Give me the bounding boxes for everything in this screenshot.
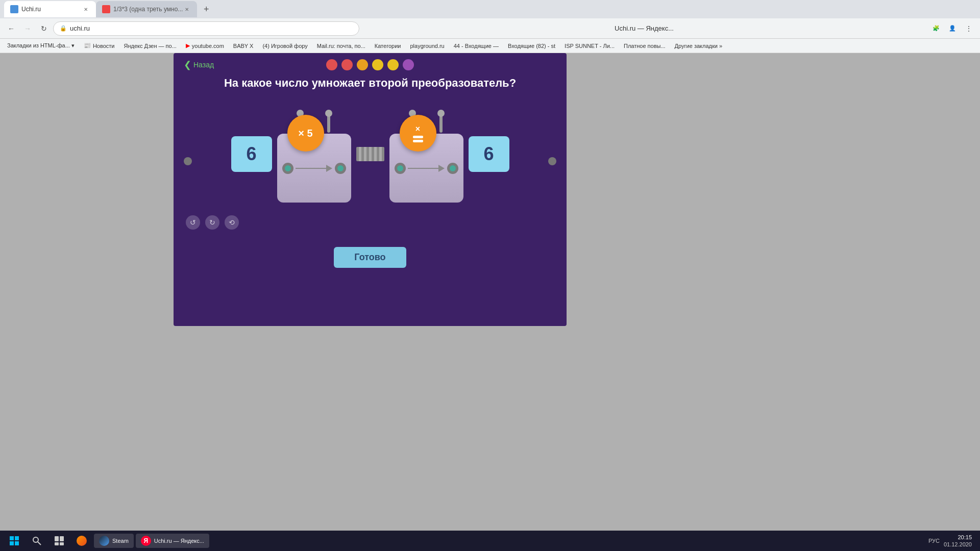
- knob-inner-2: [397, 165, 403, 171]
- machine-1: × 5: [272, 106, 356, 203]
- extensions-button[interactable]: 🧩: [929, 21, 943, 36]
- back-label: Назад: [193, 61, 214, 69]
- ready-button-container: Готово: [174, 237, 567, 268]
- back-button[interactable]: ❮ Назад: [184, 59, 214, 70]
- firefox-icon: [77, 536, 87, 546]
- bookmark-label: youtube.com: [192, 43, 224, 49]
- bookmark-playground[interactable]: playground.ru: [407, 42, 447, 50]
- bookmark-news[interactable]: 📰 Новости: [81, 41, 118, 50]
- bookmark-paid[interactable]: Платное повы...: [621, 42, 669, 50]
- browser-chrome: Uchi.ru ✕ 1/3*3 (одна треть умно... ✕ + …: [0, 0, 980, 53]
- bookmark-favicon: 📰: [84, 42, 91, 49]
- task-view-button[interactable]: [49, 534, 69, 548]
- search-icon: [32, 536, 42, 546]
- knob-left-1: [282, 163, 293, 174]
- arrowhead-2: [438, 165, 445, 172]
- bookmark-html[interactable]: Закладки из HTML-фа... ▾: [4, 41, 78, 50]
- multiply-sign: ×: [415, 124, 420, 134]
- bookmark-cat[interactable]: Категории: [372, 42, 404, 50]
- knob-right-1: [335, 163, 346, 174]
- tab-math[interactable]: 1/3*3 (одна треть умно... ✕: [96, 1, 197, 17]
- search-taskbar-button[interactable]: [27, 534, 47, 548]
- svg-rect-8: [55, 542, 59, 545]
- bookmark-baby[interactable]: BABY X: [230, 42, 257, 50]
- tab-close-uchi[interactable]: ✕: [82, 5, 90, 13]
- arrow-line-1: [296, 168, 326, 169]
- bookmark-mail[interactable]: Mail.ru: почта, по...: [314, 42, 369, 50]
- uchi-window: ❮ Назад На какое число умножает второй п…: [174, 53, 567, 326]
- right-number: 6: [483, 143, 494, 165]
- windows-icon: [9, 536, 19, 546]
- bookmark-game[interactable]: (4) Игровой фору: [259, 42, 310, 50]
- bookmark-label: Закладки из HTML-фа... ▾: [7, 42, 75, 49]
- steam-label: Steam: [112, 538, 129, 544]
- antenna-ball-2: [325, 110, 332, 117]
- bookmark-inbox44[interactable]: 44 - Входящие —: [451, 42, 502, 50]
- back-button[interactable]: ←: [4, 21, 18, 36]
- multiplier-circle-2: ×: [400, 115, 436, 152]
- progress-dot-6: [403, 59, 414, 70]
- left-number-box: 6: [231, 136, 272, 172]
- profile-button[interactable]: 👤: [945, 21, 960, 36]
- connector-middle: [356, 147, 384, 161]
- bookmarks-bar: Закладки из HTML-фа... ▾ 📰 Новости Яндек…: [0, 39, 980, 53]
- rail-right-cap: [548, 157, 556, 165]
- machine-2: ×: [384, 106, 469, 203]
- main-area: ❮ Назад На какое число умножает второй п…: [0, 53, 980, 551]
- progress-dot-3: [357, 59, 368, 70]
- bookmark-label: playground.ru: [410, 43, 444, 49]
- bookmark-label: ISP SUNNET - Ли...: [565, 43, 615, 49]
- info-icon[interactable]: ⟲: [225, 215, 239, 230]
- knob-inner-r: [337, 165, 344, 171]
- tab-close-math[interactable]: ✕: [183, 5, 191, 13]
- svg-rect-1: [15, 536, 19, 540]
- svg-rect-2: [10, 541, 14, 545]
- yandex-taskbar-button[interactable]: Я Uchi.ru — Яндекс...: [136, 534, 209, 548]
- start-button[interactable]: [4, 534, 24, 548]
- svg-rect-6: [55, 536, 59, 541]
- bookmark-youtube[interactable]: ▶ youtube.com: [183, 41, 227, 50]
- left-number: 6: [246, 143, 256, 165]
- svg-rect-7: [60, 536, 64, 541]
- tray-time-display: 20:15: [944, 534, 972, 541]
- antenna-ball-4: [437, 110, 445, 117]
- tab-uchi[interactable]: Uchi.ru ✕: [4, 1, 96, 17]
- steam-taskbar-button[interactable]: Steam: [94, 534, 134, 548]
- bookmark-isp[interactable]: ISP SUNNET - Ли...: [561, 42, 618, 50]
- unknown-symbol: ×: [413, 124, 423, 142]
- knob-inner: [285, 165, 291, 171]
- uchi-header: ❮ Назад: [174, 53, 567, 77]
- unknown-bar-2: [413, 140, 423, 142]
- refresh-button[interactable]: ↻: [37, 21, 51, 36]
- yandex-label: Uchi.ru — Яндекс...: [154, 538, 204, 544]
- antenna-1-right: [327, 113, 330, 133]
- svg-rect-3: [15, 541, 19, 545]
- new-tab-button[interactable]: +: [199, 2, 213, 16]
- taskbar-tray: РУС 20:15 01.12.2020: [928, 534, 976, 548]
- firefox-taskbar-button[interactable]: [71, 534, 92, 548]
- bookmark-label: Новости: [93, 43, 115, 49]
- address-bar[interactable]: 🔒 uchi.ru: [53, 21, 359, 36]
- forward-button[interactable]: →: [20, 21, 35, 36]
- tab-label-uchi: Uchi.ru: [21, 6, 82, 13]
- replay-icon[interactable]: ↻: [205, 215, 219, 230]
- svg-line-5: [38, 542, 41, 545]
- yandex-letter: Я: [141, 536, 151, 546]
- unknown-bars: [413, 136, 423, 142]
- tab-favicon-uchi: [10, 5, 18, 13]
- bookmark-others[interactable]: Другие закладки »: [672, 42, 725, 50]
- ready-button[interactable]: Готово: [334, 247, 406, 268]
- svg-rect-0: [10, 536, 14, 540]
- bookmark-inbox82[interactable]: Входящие (82) - st: [505, 42, 558, 50]
- progress-dots: [326, 59, 414, 70]
- knob-right-2: [447, 163, 458, 174]
- lock-icon: 🔒: [60, 25, 67, 32]
- hint-icon[interactable]: ↺: [186, 215, 200, 230]
- knob-left-2: [395, 163, 406, 174]
- bookmark-label: Другие закладки »: [675, 43, 722, 49]
- menu-button[interactable]: ⋮: [962, 21, 976, 36]
- progress-dot-5: [387, 59, 399, 70]
- rail-left-cap: [184, 157, 192, 165]
- arrow-container-1: [296, 165, 332, 172]
- bookmark-zen[interactable]: Яндекс Дзен — по...: [121, 42, 180, 50]
